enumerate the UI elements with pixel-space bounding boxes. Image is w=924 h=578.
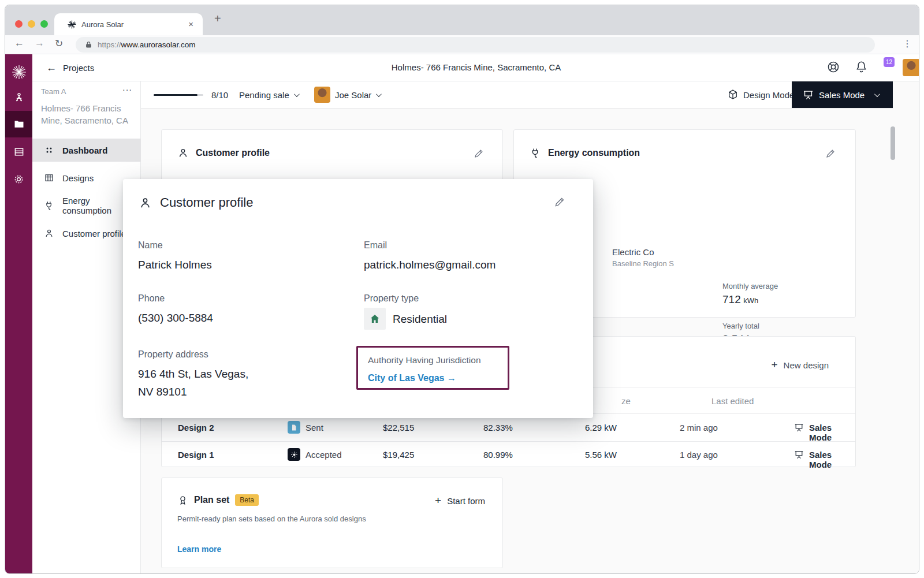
- close-window-button[interactable]: [15, 20, 23, 28]
- name-label: Name: [138, 240, 163, 251]
- design-mode-link[interactable]: Sales Mode: [809, 450, 855, 469]
- chevron-down-icon: [874, 91, 880, 97]
- design-size: 5.56 kW: [585, 450, 617, 460]
- scrollbar-thumb[interactable]: [891, 126, 895, 160]
- utility-name: Electric Co: [612, 247, 654, 257]
- design-offset: 80.99%: [483, 450, 513, 460]
- presentation-icon: [794, 450, 804, 460]
- plan-set-title: Plan set: [194, 495, 229, 505]
- screenshot-root: Aurora Solar × + ← → ↻ https://www.auror…: [0, 0, 924, 578]
- sales-mode-dropdown[interactable]: Sales Mode: [792, 81, 893, 108]
- accepted-sun-icon: [288, 448, 300, 461]
- maximize-window-button[interactable]: [40, 20, 48, 28]
- user-avatar: [903, 59, 919, 76]
- rail-settings-button[interactable]: [5, 166, 32, 192]
- sent-doc-icon: [288, 421, 300, 434]
- new-design-label: New design: [784, 360, 829, 370]
- modal-title-row: Customer profile: [139, 195, 253, 210]
- status-dropdown[interactable]: Pending sale: [239, 81, 298, 108]
- plug-icon: [530, 147, 541, 159]
- folder-icon: [13, 118, 25, 130]
- user-menu[interactable]: [903, 59, 919, 76]
- design-offset: 82.33%: [483, 423, 513, 432]
- customer-profile-modal: Customer profile Name Patrick Holmes Pho…: [123, 179, 593, 418]
- owner-dropdown[interactable]: Joe Solar: [314, 81, 380, 108]
- help-button[interactable]: [826, 60, 840, 76]
- sidebar-item-dashboard[interactable]: Dashboard: [32, 139, 141, 162]
- back-button[interactable]: ←: [14, 38, 24, 49]
- more-options-icon[interactable]: ···: [122, 85, 132, 94]
- bell-icon: [855, 60, 868, 73]
- plug-icon: [44, 200, 54, 211]
- new-design-button[interactable]: + New design: [772, 359, 829, 371]
- minimize-window-button[interactable]: [28, 20, 35, 28]
- design-status: Accepted: [305, 450, 342, 460]
- favicon-aurora-icon: [67, 20, 77, 29]
- reload-button[interactable]: ↻: [55, 38, 63, 50]
- person-icon: [139, 196, 152, 210]
- sidebar-item-label: Dashboard: [62, 146, 107, 155]
- edit-pencil-icon[interactable]: [474, 148, 484, 159]
- design-last-edited: 1 day ago: [680, 450, 718, 460]
- notifications-button[interactable]: [855, 60, 868, 76]
- presentation-icon: [794, 423, 804, 432]
- new-tab-button[interactable]: +: [214, 12, 221, 25]
- design-mode-link[interactable]: Sales Mode: [809, 423, 855, 442]
- house-icon: [369, 313, 381, 325]
- project-toolbar: 8/10 Pending sale Joe Solar Design Mode …: [141, 81, 893, 109]
- utility-rate: Baseline Region S: [612, 259, 674, 268]
- tab-close-icon[interactable]: ×: [188, 19, 193, 29]
- divider: [162, 441, 855, 442]
- browser-tab[interactable]: Aurora Solar ×: [54, 13, 203, 35]
- design-status: Sent: [305, 423, 323, 432]
- design-name: Design 1: [178, 450, 214, 460]
- yearly-total-label: Yearly total: [722, 322, 759, 330]
- design-mode-label: Design Mode: [743, 90, 794, 100]
- sidebar-project-name: Holmes- 766 Francis Mine, Sacramento, CA: [41, 102, 136, 126]
- forward-button[interactable]: →: [35, 38, 44, 49]
- plan-set-description: Permit-ready plan sets based on the Auro…: [177, 514, 366, 523]
- award-ribbon-icon: [177, 495, 188, 506]
- url-host: www.aurorasolar.com: [121, 40, 196, 49]
- milestone-count: 8/10: [211, 81, 228, 108]
- learn-more-link[interactable]: Learn more: [177, 545, 221, 554]
- browser-menu-icon[interactable]: ⋮: [903, 38, 912, 49]
- dashboard-dots-icon: [44, 145, 54, 155]
- start-form-label: Start form: [447, 496, 485, 506]
- owner-avatar: [314, 87, 330, 103]
- edit-pencil-icon[interactable]: [554, 196, 565, 208]
- chevron-down-icon: [376, 91, 382, 97]
- rail-agents-button[interactable]: [5, 84, 32, 111]
- start-form-button[interactable]: + Start form: [435, 494, 485, 507]
- column-header-last-edited: Last edited: [711, 396, 754, 406]
- plan-set-card: Plan set Beta + Start form Permit-ready …: [161, 478, 503, 568]
- lifebuoy-icon: [826, 60, 840, 74]
- notification-count-badge: 12: [884, 57, 895, 67]
- monthly-average-value: 712 kWh: [722, 293, 758, 306]
- url-scheme: https://: [98, 40, 121, 49]
- presentation-icon: [803, 90, 814, 100]
- email-value: patrick.holmes@gmail.com: [364, 259, 495, 271]
- app-header: ← Projects Holmes- 766 Francis Mine, Sac…: [32, 54, 919, 81]
- property-address-line1: 916 4th St, Las Vegas,: [138, 368, 248, 381]
- rail-list-button[interactable]: [5, 139, 32, 165]
- tab-strip: Aurora Solar × +: [5, 5, 919, 35]
- address-bar[interactable]: https://www.aurorasolar.com: [76, 37, 875, 53]
- milestone-progress-bar[interactable]: [154, 94, 203, 96]
- milestone-progress-fill: [154, 94, 198, 96]
- plus-icon: +: [435, 494, 441, 507]
- gear-icon: [13, 173, 25, 185]
- name-value: Patrick Holmes: [138, 259, 212, 271]
- modal-title: Customer profile: [160, 195, 253, 210]
- design-last-edited: 2 min ago: [680, 423, 718, 432]
- rail-projects-button[interactable]: [5, 111, 32, 137]
- sidebar-item-label: Customer profile: [62, 229, 126, 238]
- phone-value: (530) 300-5884: [138, 312, 213, 325]
- design-name: Design 2: [178, 423, 214, 432]
- cube-icon: [727, 89, 739, 100]
- property-address-label: Property address: [138, 349, 208, 360]
- edit-pencil-icon[interactable]: [825, 148, 836, 159]
- chevron-down-icon: [294, 91, 300, 97]
- browser-window: Aurora Solar × + ← → ↻ https://www.auror…: [5, 5, 919, 574]
- ahj-link[interactable]: City of Las Vegas →: [368, 373, 456, 383]
